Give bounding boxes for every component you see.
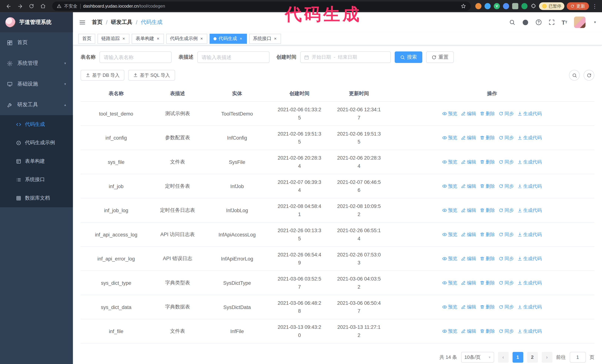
user-avatar[interactable] [574,16,586,28]
preview-link[interactable]: 预览 [442,280,457,286]
tab-codegen[interactable]: 代码生成× [210,33,247,43]
extensions-puzzle-icon[interactable] [530,3,537,9]
toggle-search-button[interactable] [569,70,580,81]
delete-link[interactable]: 删除 [480,135,495,141]
page-button-2[interactable]: 2 [527,352,538,363]
font-size-icon[interactable]: TT [562,20,567,25]
sidebar-logo[interactable]: 芋道管理系统 [0,12,73,32]
edit-link[interactable]: 编辑 [461,207,476,213]
header-search-icon[interactable] [509,19,515,25]
chrome-update-button[interactable]: 更新 [567,2,589,10]
sync-link[interactable]: 同步 [499,280,514,286]
page-button-1[interactable]: 1 [512,352,523,363]
import-db-button[interactable]: 基于 DB 导入 [81,70,124,81]
edit-link[interactable]: 编辑 [461,110,476,117]
close-icon[interactable]: × [156,36,160,41]
generate-code-link[interactable]: 生成代码 [517,110,542,117]
page-size-select[interactable]: 10条/页 ▾ [461,352,494,363]
delete-link[interactable]: 删除 [480,183,495,189]
close-icon[interactable]: × [122,36,126,41]
breadcrumb-dev-tools[interactable]: 研发工具 [111,19,132,26]
sync-link[interactable]: 同步 [499,328,514,334]
edit-link[interactable]: 编辑 [461,328,476,334]
edit-link[interactable]: 编辑 [461,183,476,189]
generate-code-link[interactable]: 生成代码 [517,304,542,310]
tab-form-builder[interactable]: 表单构建× [132,33,164,43]
preview-link[interactable]: 预览 [442,183,457,189]
generate-code-link[interactable]: 生成代码 [517,135,542,141]
generate-code-link[interactable]: 生成代码 [517,280,542,286]
preview-link[interactable]: 预览 [442,255,457,262]
prev-page-button[interactable]: ‹ [498,352,508,363]
tab-codegen-example[interactable]: 代码生成示例× [166,33,207,43]
browser-home-icon[interactable] [38,1,48,11]
edit-link[interactable]: 编辑 [461,135,476,141]
sidebar-item-system-management[interactable]: 系统管理 ▾ [0,53,73,74]
extension-icon-6[interactable] [521,3,527,9]
preview-link[interactable]: 预览 [442,328,457,334]
refresh-table-button[interactable] [584,70,594,81]
generate-code-link[interactable]: 生成代码 [517,183,542,189]
sync-link[interactable]: 同步 [499,110,514,117]
sync-link[interactable]: 同步 [499,255,514,262]
sidebar-fold-icon[interactable] [79,19,86,26]
sidebar-item-form-builder[interactable]: 表单构建 [0,152,73,170]
delete-link[interactable]: 删除 [480,328,495,334]
sidebar-item-home[interactable]: 首页 [0,32,73,53]
sync-link[interactable]: 同步 [499,207,514,213]
delete-link[interactable]: 删除 [480,255,495,262]
goto-page-input[interactable] [570,352,586,363]
table-name-input[interactable] [99,52,172,63]
sidebar-item-codegen-example[interactable]: 代码生成示例 [0,134,73,152]
tab-home[interactable]: 首页 [78,33,95,43]
delete-link[interactable]: 删除 [480,159,495,165]
sidebar-item-codegen[interactable]: 代码生成 [0,115,73,134]
sync-link[interactable]: 同步 [499,183,514,189]
breadcrumb-home[interactable]: 首页 [92,19,102,26]
generate-code-link[interactable]: 生成代码 [517,255,542,262]
sync-link[interactable]: 同步 [499,159,514,165]
tab-system-api[interactable]: 系统接口× [249,33,281,43]
preview-link[interactable]: 预览 [442,231,457,238]
address-bar[interactable]: 不安全 dashboard.yudao.iocoder.cn/tool/code… [52,1,471,11]
paused-badge[interactable]: 已暂停 [539,2,564,10]
tab-tracing[interactable]: 链路追踪× [97,33,129,43]
extension-icon-5[interactable] [512,3,518,9]
preview-link[interactable]: 预览 [442,135,457,141]
generate-code-link[interactable]: 生成代码 [517,159,542,165]
sync-link[interactable]: 同步 [499,304,514,310]
browser-reload-icon[interactable] [27,1,36,11]
generate-code-link[interactable]: 生成代码 [517,207,542,213]
sync-link[interactable]: 同步 [499,231,514,238]
extension-icon-1[interactable] [475,3,481,9]
import-sql-button[interactable]: 基于 SQL 导入 [128,70,175,81]
close-icon[interactable]: × [273,36,277,41]
date-range-picker[interactable]: 开始日期 - 结束日期 [300,52,391,63]
delete-link[interactable]: 删除 [480,304,495,310]
edit-link[interactable]: 编辑 [461,159,476,165]
delete-link[interactable]: 删除 [480,207,495,213]
delete-link[interactable]: 删除 [480,110,495,117]
sidebar-item-system-api[interactable]: 系统接口 [0,170,73,189]
edit-link[interactable]: 编辑 [461,304,476,310]
edit-link[interactable]: 编辑 [461,255,476,262]
preview-link[interactable]: 预览 [442,110,457,117]
extension-icon-2[interactable] [484,3,491,9]
generate-code-link[interactable]: 生成代码 [517,231,542,238]
preview-link[interactable]: 预览 [442,207,457,213]
search-button[interactable]: 搜索 [395,52,422,63]
browser-back-icon[interactable] [4,1,13,11]
delete-link[interactable]: 删除 [480,231,495,238]
extension-icon-3[interactable]: V [494,3,500,9]
close-icon[interactable]: × [200,36,204,41]
github-icon[interactable] [522,19,528,26]
browser-forward-icon[interactable] [15,1,25,11]
help-icon[interactable] [536,19,542,25]
table-desc-input[interactable] [197,52,269,63]
bookmark-star-icon[interactable] [461,3,466,9]
reset-button[interactable]: 重置 [426,52,454,63]
next-page-button[interactable]: › [542,352,552,363]
sidebar-item-dev-tools[interactable]: 研发工具 ▴ [0,94,73,115]
sidebar-item-infrastructure[interactable]: 基础设施 ▾ [0,74,73,94]
extension-icon-4[interactable] [503,3,509,9]
